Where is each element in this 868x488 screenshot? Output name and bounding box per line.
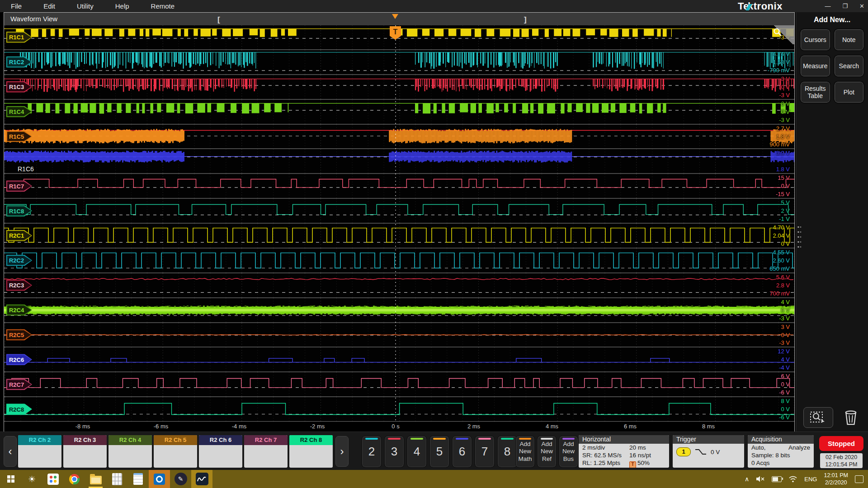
run-stop-button[interactable]: Stopped [819, 436, 863, 451]
channel-tab-r2-ch-3[interactable]: R2 Ch 3 [63, 435, 107, 468]
channel-slice-r1c8[interactable]: R1C85 V2 V-1 V [4, 199, 794, 224]
battery-icon[interactable] [772, 476, 782, 482]
channel-tab-header: R2 Ch 7 [244, 435, 288, 445]
channel-slice-r2c2[interactable]: R2C24.55 V2.60 V650 mV [4, 249, 794, 273]
taskbar-photos-icon[interactable] [42, 470, 64, 488]
add-new-search-button[interactable]: Search [835, 56, 864, 76]
taskbar-brightness-icon[interactable]: ☀ [21, 470, 42, 488]
taskbar-clock[interactable]: 12:01 PM 2/2/2020 [824, 472, 848, 486]
channel-slice-r1c2[interactable]: R1C24.74 V1.58 V-790 mV [4, 50, 794, 75]
taskbar-file-explorer-icon[interactable] [85, 470, 106, 488]
menu-item-file[interactable]: File [0, 2, 33, 10]
taskbar-tekscope-icon[interactable] [191, 470, 212, 488]
menu-item-edit[interactable]: Edit [33, 2, 66, 10]
taskbar-whiteboard-icon[interactable]: ✎ [170, 470, 191, 488]
trigger-position-line [395, 25, 396, 420]
channel-slice-r2c3[interactable]: R2C35.6 V2.8 V700 mV [4, 273, 794, 298]
channel-button-6[interactable]: 6 [452, 436, 472, 468]
add-new-math-button[interactable]: Add New Math [515, 436, 535, 468]
page-title: Waveform View [10, 15, 57, 23]
time-axis-label: -8 ms [75, 423, 90, 430]
channel-slice-r1c7[interactable]: R1C715 V0 V-15 V [4, 174, 794, 199]
trash-icon [844, 409, 858, 426]
menu-item-help[interactable]: Help [104, 2, 140, 10]
zoom-selection-icon [810, 411, 827, 424]
waveform-view-window: Waveform View [ ] R1C1-3 VR1C24.74 V1.58… [4, 12, 795, 432]
waveform-view-title-bar: Waveform View [ ] [4, 13, 794, 25]
channel-color-stripe [456, 438, 468, 440]
system-tray: ∧ ENG 12:01 PM 2/2/2020 [745, 472, 868, 486]
zoom-bracket-right: ] [524, 14, 527, 26]
zoom-selection-button[interactable] [803, 407, 833, 428]
channel-slice-r2c8[interactable]: R2C88 V0 V-6 V [4, 397, 794, 421]
channel-button-3[interactable]: 3 [384, 436, 404, 468]
scope-time: 12:01:54 PM [820, 461, 863, 468]
channel-button-7[interactable]: 7 [475, 436, 495, 468]
channel-slice-r1c4[interactable]: R1C43 V0 V-3 V [4, 100, 794, 125]
time-axis-label: 8 ms [702, 423, 715, 430]
windows-taskbar: ☀✎ ∧ ENG 12:01 PM 2/2/2020 [0, 470, 868, 488]
channel-number-buttons: 2345678 [362, 436, 517, 468]
taskbar-start-icon[interactable] [0, 470, 21, 488]
channel-button-4[interactable]: 4 [407, 436, 427, 468]
add-new-ref-button[interactable]: Add New Ref [537, 436, 557, 468]
scroll-tabs-right-button[interactable]: › [335, 436, 349, 467]
add-new-results-table-button[interactable]: Results Table [801, 82, 830, 103]
add-button-stripe [519, 438, 531, 440]
zoom-corner-icon[interactable] [773, 25, 794, 44]
channel-slice-r2c5[interactable]: R2C53 V0 V-3 V [4, 323, 794, 348]
trigger-badge[interactable]: Trigger 1 0 V [673, 435, 744, 468]
datetime-box: 02 Feb 2020 12:01:54 PM [820, 453, 863, 468]
horizontal-sample-rate: SR: 62.5 MS/s [582, 451, 629, 459]
add-new-cursors-button[interactable]: Cursors [801, 29, 830, 50]
trigger-position-arrow-icon[interactable] [392, 14, 398, 22]
channel-slice-r1c3[interactable]: R1C33 V0 V-3 V [4, 75, 794, 100]
menu-item-utility[interactable]: Utility [66, 2, 104, 10]
channel-button-8[interactable]: 8 [497, 436, 517, 468]
channel-tab-r2-ch-4[interactable]: R2 Ch 4 [108, 435, 152, 468]
channel-tab-r2-ch-5[interactable]: R2 Ch 5 [154, 435, 197, 468]
brand-ktronix: ktronix [748, 0, 783, 12]
channel-tab-r2-ch-2[interactable]: R2 Ch 2 [18, 435, 61, 468]
add-new-note-button[interactable]: Note [835, 29, 864, 50]
taskbar-chrome-icon[interactable] [64, 470, 85, 488]
horizontal-resolution: 16 ns/pt [629, 451, 665, 459]
channel-color-stripe [365, 438, 378, 440]
taskbar-calculator-icon[interactable] [106, 470, 127, 488]
add-new-bus-button[interactable]: Add New Bus [559, 436, 578, 468]
wifi-icon[interactable] [788, 476, 797, 483]
tray-expand-icon[interactable]: ∧ [745, 475, 749, 483]
channel-tab-r2-ch-7[interactable]: R2 Ch 7 [244, 435, 288, 468]
channel-label-r1c6[interactable]: R1C6 [18, 165, 34, 173]
add-new-measure-button[interactable]: Measure [801, 56, 830, 76]
taskbar-outlook-icon[interactable] [149, 470, 170, 488]
channel-color-stripe [433, 438, 446, 440]
trigger-mini-icon: T [629, 461, 636, 468]
channel-slice-r1c5[interactable]: R1C52.7 V1.8 V900 mV [4, 125, 794, 150]
channel-slice-r2c7[interactable]: R2C76 V0 V-6 V [4, 372, 794, 397]
horizontal-badge[interactable]: Horizontal 2 ms/div20 ms SR: 62.5 MS/s16… [579, 435, 669, 468]
restore-icon[interactable]: ❐ [842, 3, 848, 9]
scroll-tabs-left-button[interactable]: ‹ [4, 436, 17, 467]
channel-slice-r2c1[interactable]: R2C14.70 V2.04 V0 V [4, 224, 794, 249]
panel-drag-handle[interactable] [797, 224, 801, 248]
channel-button-5[interactable]: 5 [429, 436, 449, 468]
minimize-icon[interactable]: — [825, 3, 830, 9]
add-new-plot-button[interactable]: Plot [835, 82, 864, 103]
volume-muted-icon[interactable] [756, 475, 765, 483]
menu-item-remote[interactable]: Remote [140, 2, 186, 10]
channel-button-2[interactable]: 2 [362, 436, 382, 468]
action-center-icon[interactable] [855, 475, 863, 483]
language-indicator[interactable]: ENG [804, 476, 817, 483]
acquisition-sample: Sample: 8 bits [751, 451, 790, 459]
channel-slice-r1c6[interactable]: R1C63.9 V1.8 V [4, 149, 794, 174]
trash-button[interactable] [841, 407, 861, 428]
close-icon[interactable]: ✕ [859, 3, 864, 9]
channel-button-label: 3 [391, 445, 397, 459]
acquisition-badge[interactable]: Acquisition Auto,Analyze Sample: 8 bits … [748, 435, 814, 468]
channel-tab-r2-ch-6[interactable]: R2 Ch 6 [199, 435, 242, 468]
channel-slice-r2c6[interactable]: R2C612 V4 V-4 V [4, 347, 794, 372]
taskbar-notepad-icon[interactable] [127, 470, 149, 488]
channel-tab-r2-ch-8[interactable]: R2 Ch 8 [289, 435, 333, 468]
channel-slice-r2c4[interactable]: R2C44 V0 V-3 V [4, 298, 794, 323]
